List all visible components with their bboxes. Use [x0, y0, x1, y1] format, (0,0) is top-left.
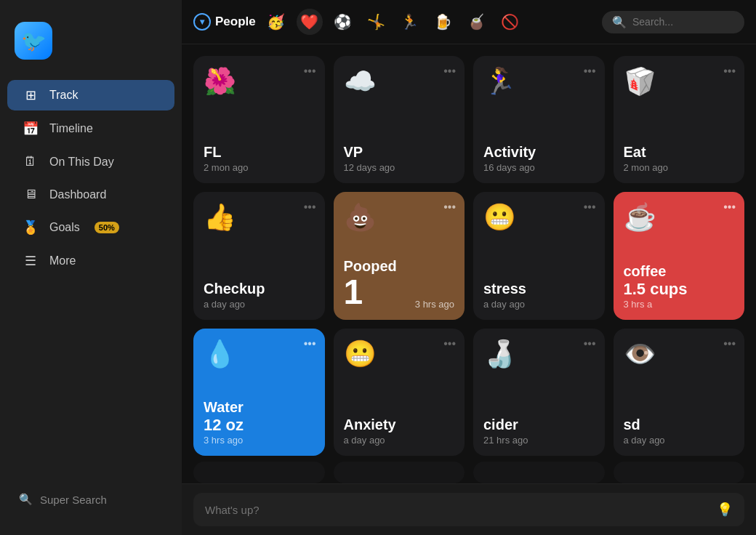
sidebar-item-goals[interactable]: 🏅 Goals 50% — [7, 212, 174, 243]
emoji-tab-party[interactable]: 🥳 — [263, 9, 289, 35]
grid-icon: ⊞ — [22, 87, 39, 103]
card-title-water: Water — [204, 399, 315, 416]
card-coffee[interactable]: ••• ☕ coffee 1.5 cups 3 hrs a — [614, 192, 745, 319]
card-value-coffee: 1.5 cups — [624, 280, 735, 299]
card-emoji-water: 💧 — [204, 339, 315, 369]
sidebar-item-goals-label: Goals — [49, 221, 80, 234]
card-emoji-coffee: ☕ — [624, 202, 735, 233]
whats-up-input[interactable] — [205, 504, 709, 516]
card-menu-pooped[interactable]: ••• — [443, 201, 456, 214]
card-title-vp: VP — [344, 144, 455, 161]
card-time-fl: 2 mon ago — [204, 162, 315, 173]
emoji-tab-cancel[interactable]: 🚫 — [497, 9, 523, 35]
search-box[interactable]: 🔍 — [602, 11, 744, 33]
people-dropdown[interactable]: ▾ People — [193, 13, 256, 31]
card-title-sd: sd — [624, 417, 735, 433]
sidebar-item-dashboard-label: Dashboard — [49, 188, 106, 201]
partial-cards-row — [182, 462, 756, 483]
card-title-eat: Eat — [624, 144, 735, 161]
emoji-tab-ball[interactable]: ⚽ — [330, 9, 356, 35]
card-eat[interactable]: ••• 🥡 Eat 2 mon ago — [614, 56, 745, 183]
card-emoji-activity: 🏃‍♀️ — [483, 66, 595, 97]
emoji-tab-tea[interactable]: 🧉 — [464, 9, 490, 35]
card-time-cider: 21 hrs ago — [483, 435, 595, 446]
bulb-icon[interactable]: 💡 — [717, 502, 733, 518]
sidebar: 🐦 ⊞ Track 📅 Timeline 🗓 On This Day 🖥 Das… — [0, 0, 182, 535]
card-emoji-pooped: 💩 — [344, 202, 455, 233]
card-title-stress: stress — [483, 281, 595, 297]
card-water[interactable]: ••• 💧 Water 12 oz 3 hrs ago — [193, 329, 325, 456]
card-title-checkup: Checkup — [204, 281, 315, 297]
sidebar-item-on-this-day[interactable]: 🗓 On This Day — [7, 147, 174, 177]
card-title-anxiety: Anxiety — [344, 417, 455, 433]
card-time-activity: 16 days ago — [483, 162, 595, 173]
card-menu-cider[interactable]: ••• — [584, 337, 596, 350]
sidebar-item-more-label: More — [49, 254, 76, 268]
monitor-icon: 🖥 — [22, 187, 39, 202]
card-anxiety[interactable]: ••• 😬 Anxiety a day ago — [334, 329, 465, 456]
cards-grid: ••• 🌺 FL 2 mon ago ••• ☁️ VP 12 days ago… — [182, 44, 756, 467]
card-menu-checkup[interactable]: ••• — [304, 201, 316, 214]
sidebar-item-on-this-day-label: On This Day — [49, 156, 114, 169]
sidebar-item-track[interactable]: ⊞ Track — [7, 80, 174, 110]
card-bottom-pooped: Pooped 1 3 hrs ago — [344, 258, 455, 310]
card-emoji-stress: 😬 — [483, 202, 595, 233]
dropdown-arrow-icon: ▾ — [193, 13, 211, 31]
card-title-coffee: coffee — [624, 263, 735, 280]
card-time-anxiety: a day ago — [344, 435, 455, 446]
card-emoji-checkup: 👍 — [204, 202, 315, 233]
card-time-coffee: 3 hrs a — [624, 299, 735, 310]
card-menu-fl[interactable]: ••• — [304, 65, 316, 78]
card-checkup[interactable]: ••• 👍 Checkup a day ago — [193, 192, 325, 319]
app-logo: 🐦 — [0, 15, 182, 77]
emoji-tab-heart[interactable]: ❤️ — [297, 9, 323, 35]
card-menu-eat[interactable]: ••• — [723, 65, 736, 78]
partial-card-4 — [614, 462, 745, 483]
card-vp[interactable]: ••• ☁️ VP 12 days ago — [334, 56, 465, 183]
card-time-sd: a day ago — [624, 435, 735, 446]
partial-card-2 — [334, 462, 465, 483]
emoji-tab-runner[interactable]: 🏃 — [397, 9, 423, 35]
card-fl[interactable]: ••• 🌺 FL 2 mon ago — [193, 56, 325, 183]
main-content: ▾ People 🥳 ❤️ ⚽ 🤸 🏃 🍺 🧉 🚫 🔍 ••• 🌺 FL 2 m… — [182, 0, 756, 535]
card-menu-sd[interactable]: ••• — [723, 337, 736, 350]
card-value-water: 12 oz — [204, 416, 315, 435]
card-cider[interactable]: ••• 🍶 cider 21 hrs ago — [473, 329, 605, 456]
super-search-button[interactable]: 🔍 Super Search — [7, 486, 174, 513]
card-time-vp: 12 days ago — [344, 162, 455, 173]
card-pooped[interactable]: ••• 💩 Pooped 1 3 hrs ago — [334, 192, 465, 319]
sidebar-item-track-label: Track — [49, 89, 78, 102]
card-emoji-eat: 🥡 — [624, 66, 735, 97]
card-activity[interactable]: ••• 🏃‍♀️ Activity 16 days ago — [473, 56, 605, 183]
card-menu-stress[interactable]: ••• — [584, 201, 596, 214]
card-value-pooped: 1 — [344, 275, 397, 310]
search-icon: 🔍 — [19, 493, 33, 506]
menu-icon: ☰ — [22, 253, 39, 269]
card-time-stress: a day ago — [483, 299, 595, 310]
card-menu-coffee[interactable]: ••• — [723, 201, 736, 214]
search-input[interactable] — [632, 16, 734, 28]
sidebar-bottom: 🔍 Super Search — [0, 478, 182, 520]
calendar-lines-icon: 📅 — [22, 121, 39, 137]
sidebar-item-timeline-label: Timeline — [49, 122, 93, 135]
emoji-tab-gymnastics[interactable]: 🤸 — [363, 9, 390, 35]
card-menu-anxiety[interactable]: ••• — [443, 337, 456, 350]
card-sd[interactable]: ••• 👁️ sd a day ago — [614, 329, 745, 456]
sidebar-item-more[interactable]: ☰ More — [7, 246, 174, 276]
sidebar-item-dashboard[interactable]: 🖥 Dashboard — [7, 180, 174, 209]
card-emoji-sd: 👁️ — [624, 339, 735, 369]
card-menu-water[interactable]: ••• — [304, 337, 316, 350]
card-emoji-fl: 🌺 — [204, 66, 315, 97]
sidebar-item-timeline[interactable]: 📅 Timeline — [7, 113, 174, 144]
super-search-label: Super Search — [40, 494, 107, 506]
card-menu-activity[interactable]: ••• — [584, 65, 596, 78]
card-stress[interactable]: ••• 😬 stress a day ago — [473, 192, 605, 319]
bottom-bar: 💡 — [182, 483, 756, 535]
award-icon: 🏅 — [22, 220, 39, 236]
card-menu-vp[interactable]: ••• — [443, 65, 456, 78]
card-title-cider: cider — [483, 417, 595, 433]
card-time-pooped: 3 hrs ago — [415, 299, 454, 310]
card-title-fl: FL — [204, 144, 315, 161]
card-emoji-cider: 🍶 — [483, 339, 595, 369]
emoji-tab-beer[interactable]: 🍺 — [430, 9, 457, 35]
